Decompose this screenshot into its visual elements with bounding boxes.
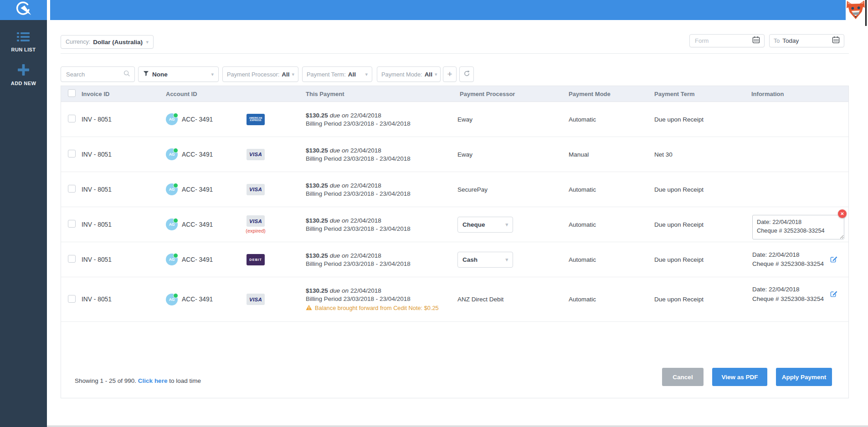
- filter-value: All: [282, 71, 289, 78]
- add-filter-button[interactable]: +: [443, 66, 457, 82]
- due-date: 22/04/2018: [350, 287, 381, 294]
- billing-period: Billing Period 23/03/2018 - 23/04/2018: [306, 225, 457, 232]
- chevron-down-icon: ▾: [211, 71, 214, 77]
- account-id: ACC- 3491: [182, 116, 213, 123]
- currency-label: Currency:: [66, 39, 90, 45]
- currency-value: Dollar (Australia): [93, 39, 143, 46]
- filter-value: All: [348, 71, 356, 78]
- close-icon[interactable]: ✕: [838, 209, 847, 218]
- row-checkbox[interactable]: [68, 115, 76, 122]
- payment-cell: $130.25due on22/04/2018 Billing Period 2…: [305, 252, 457, 267]
- payment-mode: Automatic: [566, 186, 653, 193]
- info-text: Date: 22/04/2018 Cheque # 3252308-33254: [752, 250, 824, 269]
- processor-select[interactable]: Cheque ▾: [457, 217, 513, 233]
- filter-payment-processor[interactable]: Payment Processor: All ▾: [222, 66, 298, 82]
- table-header-row: Invoice ID Account ID This Payment Payme…: [61, 86, 848, 102]
- chevron-down-icon: ▾: [292, 71, 294, 77]
- warning-text: Balance brought forward from Cedit Note:…: [315, 305, 439, 311]
- avatar: AG: [166, 183, 178, 195]
- plus-icon: [18, 64, 29, 77]
- payment-mode: Manual: [566, 151, 653, 158]
- filter-payment-mode[interactable]: Payment Mode: All ▾: [377, 66, 441, 82]
- search-input[interactable]: [65, 71, 123, 78]
- app-logo[interactable]: [0, 0, 47, 20]
- payment-term: Due upon Receipt: [653, 256, 751, 263]
- warning-icon: [306, 305, 312, 312]
- due-word: due on: [330, 112, 349, 119]
- info-text: Date: 22/04/2018 Cheque # 3252308-33254: [752, 285, 824, 304]
- billing-period: Billing Period 23/03/2018 - 23/04/2018: [306, 190, 457, 197]
- calendar-icon[interactable]: [832, 36, 840, 46]
- payment-term: Net 30: [653, 151, 751, 158]
- visa-card-icon: VISA: [247, 184, 265, 195]
- payment-amount: $130.25: [306, 217, 328, 224]
- date-to-field[interactable]: To Today: [769, 34, 844, 47]
- row-checkbox[interactable]: [68, 220, 76, 228]
- online-status-dot: [173, 218, 178, 223]
- row-checkbox[interactable]: [68, 150, 76, 158]
- currency-select[interactable]: Currency: Dollar (Australia) ▾: [61, 35, 154, 49]
- due-word: due on: [330, 182, 349, 189]
- col-header-mode: Payment Mode: [566, 91, 653, 97]
- due-date: 22/04/2018: [350, 147, 381, 154]
- online-status-dot: [173, 253, 178, 258]
- chevron-down-icon: ▾: [505, 257, 508, 263]
- due-word: due on: [330, 147, 349, 154]
- pagination-status: Showing 1 - 25 of 990. Click here to loa…: [75, 377, 201, 384]
- payment-cell: $130.25due on22/04/2018 Billing Period 2…: [305, 112, 457, 127]
- online-status-dot: [173, 148, 178, 153]
- table-row: INV - 8051 AG ACC- 3491 VISA (expired) $…: [61, 207, 848, 242]
- payment-mode: Automatic: [566, 116, 653, 123]
- account-id: ACC- 3491: [182, 256, 213, 263]
- payment-cell: $130.25due on22/04/2018 Billing Period 2…: [305, 287, 457, 312]
- date-to-label: To: [774, 38, 780, 44]
- payment-mode: Automatic: [566, 256, 653, 263]
- logo-icon: [14, 1, 33, 19]
- edit-icon[interactable]: [830, 255, 838, 264]
- col-header-account: Account ID: [163, 91, 242, 97]
- payment-processor: SecurePay: [457, 186, 566, 193]
- invoice-id: INV - 8051: [81, 151, 163, 158]
- avatar: AG: [166, 254, 178, 265]
- view-as-pdf-button[interactable]: View as PDF: [712, 368, 767, 386]
- apply-payment-button[interactable]: Apply Payment: [776, 368, 832, 386]
- reset-filters-button[interactable]: [459, 66, 474, 82]
- edit-icon[interactable]: [830, 290, 838, 299]
- visa-card-icon: VISA: [247, 149, 265, 160]
- billing-period: Billing Period 23/03/2018 - 23/04/2018: [306, 120, 457, 127]
- sidebar-item-add-new[interactable]: ADD NEW: [11, 64, 36, 86]
- filter-none-value: None: [152, 71, 168, 78]
- table-row: INV - 8051 AG ACC- 3491 DEBIT $130.25due…: [61, 242, 848, 277]
- filter-label: Payment Processor:: [227, 71, 279, 78]
- fox-mascot-icon: [845, 0, 866, 20]
- load-more-link[interactable]: Click here: [138, 377, 168, 384]
- date-from-field[interactable]: [689, 34, 765, 47]
- info-textarea[interactable]: Date: 22/04/2018 Cheque # 3252308-33254: [752, 215, 844, 239]
- filter-value: All: [425, 71, 432, 78]
- due-word: due on: [330, 287, 349, 294]
- row-checkbox[interactable]: [68, 185, 76, 193]
- sidebar-item-run-list[interactable]: RUN LIST: [11, 32, 36, 52]
- info-editor: Date: 22/04/2018 Cheque # 3252308-33254 …: [752, 215, 844, 239]
- search-icon: [123, 70, 130, 79]
- calendar-icon[interactable]: [752, 36, 760, 46]
- due-date: 22/04/2018: [350, 252, 381, 259]
- table-row: INV - 8051 AG ACC- 3491 VISA $130.25due …: [61, 172, 848, 207]
- processor-select[interactable]: Cash ▾: [457, 252, 513, 268]
- date-from-input[interactable]: [694, 37, 750, 45]
- col-header-term: Payment Term: [653, 91, 751, 97]
- due-word: due on: [330, 252, 349, 259]
- row-checkbox[interactable]: [68, 255, 76, 263]
- filter-payment-term[interactable]: Payment Term: All ▾: [302, 66, 372, 82]
- date-to-value: Today: [782, 37, 799, 44]
- select-all-checkbox[interactable]: [68, 89, 76, 97]
- sidebar-item-label: RUN LIST: [11, 47, 36, 52]
- search-box[interactable]: [61, 66, 135, 82]
- chevron-down-icon: ▾: [146, 39, 149, 45]
- cancel-button[interactable]: Cancel: [662, 368, 704, 386]
- row-checkbox[interactable]: [68, 295, 76, 303]
- filter-none-select[interactable]: None ▾: [138, 66, 219, 82]
- online-status-dot: [173, 113, 178, 118]
- invoice-id: INV - 8051: [81, 221, 163, 228]
- sidebar-item-label: ADD NEW: [11, 81, 36, 86]
